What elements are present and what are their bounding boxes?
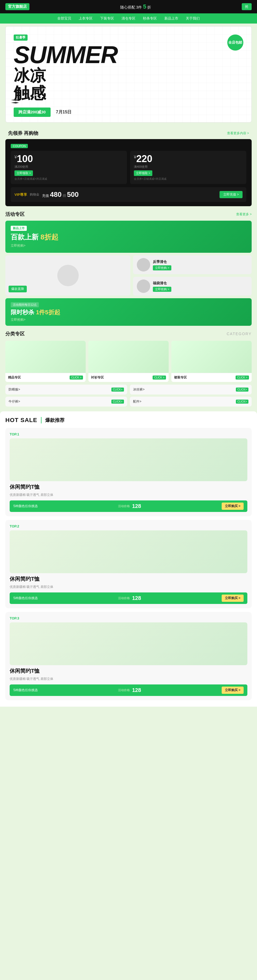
vip-sublabel: 购物金 (30, 192, 39, 197)
cat-item-label-jeans: 牛仔裤> (8, 399, 20, 404)
big-banner: 新品上市 百款上新 8折起 立即抢购> (5, 221, 252, 253)
hero-banner: 狂暑季 SUMMER 冰凉 触感 全店 包邮 跨店满200减30 7月15日 (5, 26, 252, 123)
coupon-cards: ¥100 满200使用 立即领取 > 会员券+店铺满减+跨店满减 ¥220 满4… (11, 151, 246, 184)
product-rank-2: TOP.2 (10, 524, 247, 528)
product-card-3: TOP.3 休闲简约T恤 优质新疆棉 吸汗透气 肩部立体 5种颜色任你挑选 活动… (5, 612, 252, 700)
cat-card-1: 衬衫专区 CLICK > (88, 341, 169, 382)
nav-item-flash[interactable]: 秒杀专区 (139, 16, 161, 21)
header-promo: 随心搭配 3件 5 折 (35, 3, 236, 10)
cat-item-accessories[interactable]: 配件> CLICK> (130, 397, 252, 407)
cat-item-btn-accessories[interactable]: CLICK> (236, 399, 248, 404)
mini-banner-btn-1[interactable]: 立即抢购 > (153, 265, 171, 270)
product-img-3 (10, 622, 247, 665)
promo-num: 5 (143, 3, 146, 10)
product-image-placeholder (57, 265, 79, 286)
product-bottom-3: 5种颜色任你挑选 活动价格 128 立即购买 > (10, 684, 247, 696)
coupon-members-2: 会员券+店铺满减+跨店满减 (134, 177, 243, 181)
category-top-row: 精品专区 CLICK > 衬衫专区 CLICK > 裙装专区 CLICK > (5, 341, 252, 382)
coupon-amount-2: ¥220 (134, 154, 243, 164)
coupon-card-1: ¥100 满200使用 立即领取 > 会员券+店铺满减+跨店满减 (11, 151, 127, 184)
hot-section: HOT SALE 爆款推荐 TOP.1 休闲简约T恤 优质新疆棉 吸汗透气 肩部… (0, 411, 257, 706)
product-price-3: 128 (132, 687, 141, 693)
cat-row-2: 牛仔裤> CLICK> 配件> CLICK> (5, 397, 252, 407)
product-rank-1: TOP.1 (10, 432, 247, 436)
nav-item-clearance[interactable]: 清仓专区 (118, 16, 139, 21)
product-buy-btn-3[interactable]: 立即购买 > (222, 687, 244, 694)
nav-item-new[interactable]: 新品上市 (161, 16, 182, 21)
coupon-section-title: 先领券 再购物 (8, 130, 38, 137)
activity-header: 活动专区 查看更多 > (5, 211, 252, 218)
product-img-2 (10, 530, 247, 573)
coupon-btn-1[interactable]: 立即领取 > (14, 170, 33, 176)
nav-item-tops[interactable]: 上衣专区 (75, 16, 96, 21)
product-buy-btn-2[interactable]: 立即购买 > (222, 595, 244, 602)
small-banner-right: 反季清仓 立即抢购 > 福袋清仓 立即抢购 > (133, 255, 252, 296)
coupon-section-more[interactable]: 查看更多内容 > (227, 131, 249, 135)
hero-badge: 狂暑季 (14, 35, 27, 41)
category-bottom-rows: 防晒服> CLICK> 冰丝裤> CLICK> 牛仔裤> CLICK> 配件> … (5, 385, 252, 407)
coupon-btn-2[interactable]: 立即领取 > (134, 170, 152, 176)
hot-title-cn: 爆款推荐 (45, 417, 64, 423)
product-colors-3: 5种颜色任你挑选 (13, 688, 38, 692)
mini-banner-img-1 (137, 258, 150, 272)
big-banner-link[interactable]: 立即抢购> (11, 243, 246, 248)
big-banner-badge: 新品上市 (11, 226, 27, 231)
cat-item-label-sunscreen: 防晒服> (8, 387, 20, 392)
cat-card-footer-1: 衬衫专区 CLICK > (88, 373, 169, 382)
activity-more-link[interactable]: 查看更多 > (236, 212, 252, 216)
vip-charge-info: 充值 480 得 500 (42, 191, 217, 199)
cat-card-label-2: 裙装专区 (174, 375, 187, 380)
promo-suffix: 折 (147, 5, 151, 10)
product-colors-2: 5种颜色任你挑选 (13, 596, 38, 600)
nav-item-all[interactable]: 全部宝贝 (54, 16, 75, 21)
product-event-price-2: 活动价格 (118, 596, 130, 600)
mini-banner-1: 反季清仓 立即抢购 > (133, 255, 252, 274)
product-price-area-2: 活动价格 128 (118, 595, 141, 601)
cat-card-label-1: 衬衫专区 (91, 375, 104, 380)
flash-banner: 活动期间每日12点 限时秒杀 1件5折起 立即抢购> (5, 298, 252, 326)
mini-banner-title-1: 反季清仓 (153, 259, 171, 264)
cat-item-sunscreen[interactable]: 防晒服> CLICK> (5, 385, 127, 395)
hero-date: 7月15日 (56, 110, 72, 115)
product-buy-btn-1[interactable]: 立即购买 > (222, 503, 244, 510)
mini-banner-title-2: 福袋清仓 (153, 281, 171, 286)
cat-item-btn-sunscreen[interactable]: CLICK> (111, 388, 124, 391)
flash-banner-link[interactable]: 立即抢购> (11, 318, 246, 322)
cat-item-jeans[interactable]: 牛仔裤> CLICK> (5, 397, 127, 407)
coupon-members-1: 会员券+店铺满减+跨店满减 (14, 177, 123, 181)
big-banner-title: 百款上新 8折起 (11, 232, 246, 242)
promo-text: 随心搭配 3件 (120, 5, 142, 10)
mini-banner-info-2: 福袋清仓 立即抢购 > (153, 281, 171, 292)
product-bottom-2: 5种颜色任你挑选 活动价格 128 立即购买 > (10, 592, 247, 604)
nav-item-about[interactable]: 关于我们 (182, 16, 203, 21)
coupon-amount-1: ¥100 (14, 154, 123, 164)
product-colors-1: 5种颜色任你挑选 (13, 504, 38, 509)
vip-label: VIP尊享 (14, 192, 27, 197)
nav-item-bottoms[interactable]: 下装专区 (96, 16, 118, 21)
coupon-condition-1: 满200使用 (14, 165, 123, 169)
product-card-2: TOP.2 休闲简约T恤 优质新疆棉 吸汗透气 肩部立体 5种颜色任你挑选 活动… (5, 520, 252, 608)
cat-card-btn-0[interactable]: CLICK > (70, 375, 83, 380)
cat-item-btn-icepants[interactable]: CLICK> (236, 388, 248, 391)
cat-card-img-0 (5, 341, 86, 373)
cat-card-label-0: 精品专区 (8, 375, 21, 380)
hot-divider (41, 417, 42, 423)
vip-charge-button[interactable]: 立即充值 > (220, 191, 243, 198)
hero-store-line1: 全店 (228, 40, 235, 45)
grab-button[interactable]: 抢 (242, 3, 252, 10)
cat-card-2: 裙装专区 CLICK > (171, 341, 252, 382)
store-badge: 官方旗舰店 (5, 3, 29, 10)
hero-promo-row: 跨店满200减30 7月15日 (14, 108, 243, 117)
small-banner-left: 爆款直降 (5, 255, 130, 296)
mini-banner-btn-2[interactable]: 立即抢购 > (153, 287, 171, 292)
product-price-2: 128 (132, 595, 141, 601)
cat-item-btn-jeans[interactable]: CLICK> (111, 399, 124, 404)
cat-card-btn-2[interactable]: CLICK > (236, 375, 249, 380)
hero-cn-text: 冰凉 触感 (14, 67, 243, 102)
product-card-1: TOP.1 休闲简约T恤 优质新疆棉 吸汗透气 肩部立体 5种颜色任你挑选 活动… (5, 428, 252, 516)
cat-card-btn-1[interactable]: CLICK > (153, 375, 166, 380)
hero-arrow-2 (11, 102, 19, 103)
cat-card-0: 精品专区 CLICK > (5, 341, 86, 382)
cat-card-footer-2: 裙装专区 CLICK > (171, 373, 252, 382)
cat-item-icepants[interactable]: 冰丝裤> CLICK> (130, 385, 252, 395)
